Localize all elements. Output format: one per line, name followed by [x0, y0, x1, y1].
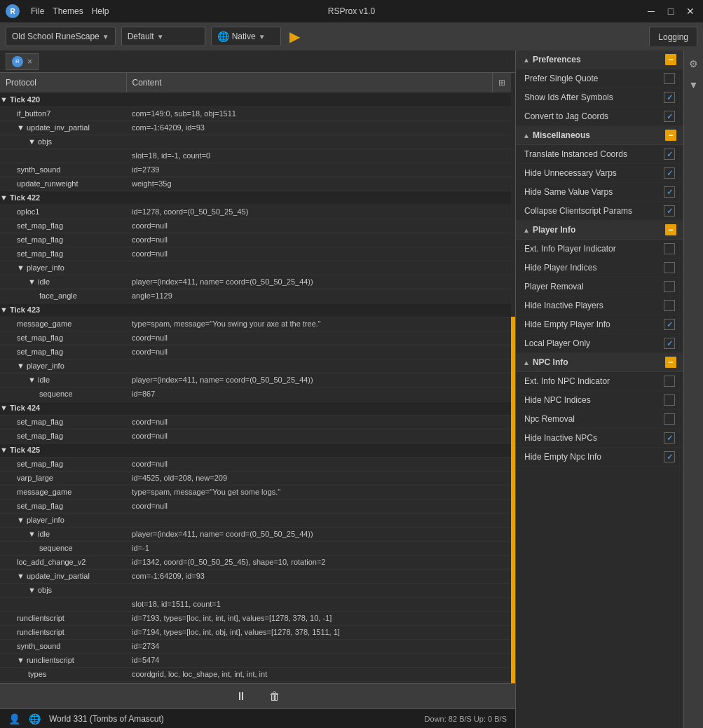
pref-checkbox[interactable] — [664, 92, 675, 103]
section-collapse-btn[interactable]: − — [665, 357, 676, 368]
game-select[interactable]: Old School RuneScape ▼ — [6, 27, 116, 46]
table-row[interactable]: set_map_flagcoord=null — [0, 331, 511, 345]
table-row[interactable]: sequenceid=-1 — [0, 541, 511, 555]
scroll-bar-track[interactable] — [511, 73, 515, 683]
pref-row-ext.-info-npc-indicator[interactable]: Ext. Info NPC Indicator — [516, 372, 683, 391]
table-row[interactable]: ▼ player_info — [0, 513, 511, 527]
pref-checkbox[interactable] — [664, 111, 675, 122]
table-row[interactable]: ▼ objs — [0, 135, 511, 149]
table-row[interactable]: update_runweightweight=35g — [0, 177, 511, 191]
table-row[interactable]: message_gametype=spam, message="You swin… — [0, 317, 511, 331]
pref-row-hide-player-indices[interactable]: Hide Player Indices — [516, 259, 683, 277]
table-row[interactable]: ▼ player_info — [0, 261, 511, 275]
table-row[interactable]: ▼ update_inv_partialcom=-1:64209, id=93 — [0, 569, 511, 583]
section-collapse-btn[interactable]: − — [665, 224, 676, 235]
pref-checkbox[interactable] — [664, 319, 675, 330]
settings-icon[interactable]: ⚙ — [686, 56, 702, 71]
pref-row-hide-npc-indices[interactable]: Hide NPC Indices — [516, 391, 683, 410]
table-row[interactable]: ▼ objs — [0, 583, 511, 597]
pref-checkbox[interactable] — [664, 281, 675, 292]
pref-row-hide-inactive-players[interactable]: Hide Inactive Players — [516, 296, 683, 315]
pref-row-local-player-only[interactable]: Local Player Only — [516, 334, 683, 353]
table-row[interactable]: set_map_flagcoord=null — [0, 499, 511, 513]
table-row[interactable]: loc_add_change_v2id=1342, coord=(0_50_50… — [0, 555, 511, 569]
pref-row-collapse-clientscript-params[interactable]: Collapse Clientscript Params — [516, 202, 683, 221]
table-row[interactable]: message_gametype=spam, message="You get … — [0, 485, 511, 499]
log-tab[interactable]: R × — [6, 53, 39, 70]
table-row[interactable]: slot=18, id=-1, count=0 — [0, 149, 511, 163]
close-button[interactable]: ✕ — [683, 4, 697, 18]
table-row[interactable]: ▼ Tick 420 — [0, 92, 511, 107]
tab-close[interactable]: × — [27, 57, 32, 67]
pref-checkbox[interactable] — [664, 73, 675, 84]
table-row[interactable]: set_map_flagcoord=null — [0, 457, 511, 471]
table-row[interactable]: varp_largeid=4525, old=208, new=209 — [0, 471, 511, 485]
pref-checkbox[interactable] — [664, 186, 675, 198]
pref-checkbox[interactable] — [664, 413, 675, 425]
pref-row-hide-empty-npc-info[interactable]: Hide Empty Npc Info — [516, 448, 683, 467]
table-row[interactable]: set_map_flagcoord=null — [0, 247, 511, 261]
pref-checkbox[interactable] — [664, 167, 675, 179]
table-row[interactable]: runclientscriptid=7194, types=[loc, int,… — [0, 625, 511, 639]
menu-help[interactable]: Help — [92, 6, 109, 16]
run-button[interactable]: ▶ — [287, 29, 303, 43]
table-row[interactable]: runclientscriptid=7193, types=[loc, int,… — [0, 611, 511, 625]
table-row[interactable]: set_map_flagcoord=null — [0, 219, 511, 233]
pref-checkbox[interactable] — [664, 262, 675, 273]
table-row[interactable]: synth_soundid=2739 — [0, 163, 511, 177]
pref-row-convert-to-jag-coords[interactable]: Convert to Jag Coords — [516, 107, 683, 126]
tab-logging[interactable]: Logging — [649, 27, 697, 46]
menu-file[interactable]: File — [31, 6, 44, 16]
pref-section-header-npc-info[interactable]: ▲NPC Info− — [516, 353, 683, 372]
clear-button[interactable]: 🗑 — [264, 687, 286, 706]
table-row[interactable]: face_angleangle=1129 — [0, 289, 511, 303]
filter-icon[interactable]: ▼ — [686, 77, 702, 92]
col-action-header[interactable]: ⊞ — [493, 73, 512, 92]
table-row[interactable]: set_map_flagcoord=null — [0, 233, 511, 247]
pref-checkbox[interactable] — [664, 394, 675, 406]
pref-checkbox[interactable] — [664, 300, 675, 311]
pref-row-prefer-single-quote[interactable]: Prefer Single Quote — [516, 69, 683, 88]
table-row[interactable]: ▼ Tick 422 — [0, 191, 511, 205]
log-table-wrapper[interactable]: Protocol Content ⊞ ▼ Tick 420if_button7c… — [0, 73, 511, 683]
table-row[interactable]: synth_soundid=2734 — [0, 639, 511, 653]
pref-row-player-removal[interactable]: Player Removal — [516, 277, 683, 296]
table-row[interactable]: set_map_flagcoord=null — [0, 345, 511, 359]
table-row[interactable]: set_map_flagcoord=null — [0, 429, 511, 443]
table-row[interactable]: sequenceid=867 — [0, 387, 511, 401]
minimize-button[interactable]: ─ — [644, 4, 658, 18]
pref-row-ext.-info-player-indicator[interactable]: Ext. Info Player Indicator — [516, 240, 683, 259]
table-row[interactable]: ▼ idleplayer=(index=411, name= coord=(0_… — [0, 373, 511, 387]
table-row[interactable]: typescoordgrid, loc, loc_shape, int, int… — [0, 667, 511, 681]
pref-row-translate-instanced-coords[interactable]: Translate Instanced Coords — [516, 145, 683, 164]
section-collapse-btn[interactable]: − — [665, 54, 676, 65]
pref-checkbox[interactable] — [664, 451, 675, 462]
table-row[interactable]: set_map_flagcoord=null — [0, 415, 511, 429]
profile-select[interactable]: Default ▼ — [121, 27, 205, 46]
pref-checkbox[interactable] — [664, 376, 675, 387]
table-row[interactable]: ▼ Tick 423 — [0, 303, 511, 317]
mode-select[interactable]: 🌐 Native ▼ — [211, 27, 281, 46]
pref-row-hide-empty-player-info[interactable]: Hide Empty Player Info — [516, 315, 683, 334]
table-row[interactable]: ▼ runclientscriptid=5474 — [0, 653, 511, 667]
table-row[interactable]: ▼ idleplayer=(index=411, name= coord=(0_… — [0, 527, 511, 541]
pref-row-hide-inactive-npcs[interactable]: Hide Inactive NPCs — [516, 429, 683, 448]
pref-section-header-player-info[interactable]: ▲Player Info− — [516, 221, 683, 240]
pref-section-header-miscellaneous[interactable]: ▲Miscellaneous− — [516, 126, 683, 145]
pause-button[interactable]: ⏸ — [230, 687, 252, 706]
pref-section-header-preferences-main[interactable]: ▲Preferences− — [516, 50, 683, 69]
pref-checkbox[interactable] — [664, 432, 675, 444]
table-row[interactable]: if_button7com=149:0, sub=18, obj=1511 — [0, 107, 511, 121]
maximize-button[interactable]: □ — [664, 4, 678, 18]
pref-row-hide-same-value-varps[interactable]: Hide Same Value Varps — [516, 183, 683, 202]
menu-themes[interactable]: Themes — [53, 6, 83, 16]
pref-checkbox[interactable] — [664, 205, 675, 217]
section-collapse-btn[interactable]: − — [665, 130, 676, 141]
table-row[interactable]: ▼ update_inv_partialcom=-1:64209, id=93 — [0, 121, 511, 135]
table-row[interactable]: ▼ Tick 424 — [0, 401, 511, 415]
pref-checkbox[interactable] — [664, 243, 675, 254]
pref-checkbox[interactable] — [664, 338, 675, 349]
pref-row-hide-unnecessary-varps[interactable]: Hide Unnecessary Varps — [516, 164, 683, 183]
table-row[interactable]: ▼ player_info — [0, 359, 511, 373]
table-row[interactable]: slot=18, id=1511, count=1 — [0, 597, 511, 611]
